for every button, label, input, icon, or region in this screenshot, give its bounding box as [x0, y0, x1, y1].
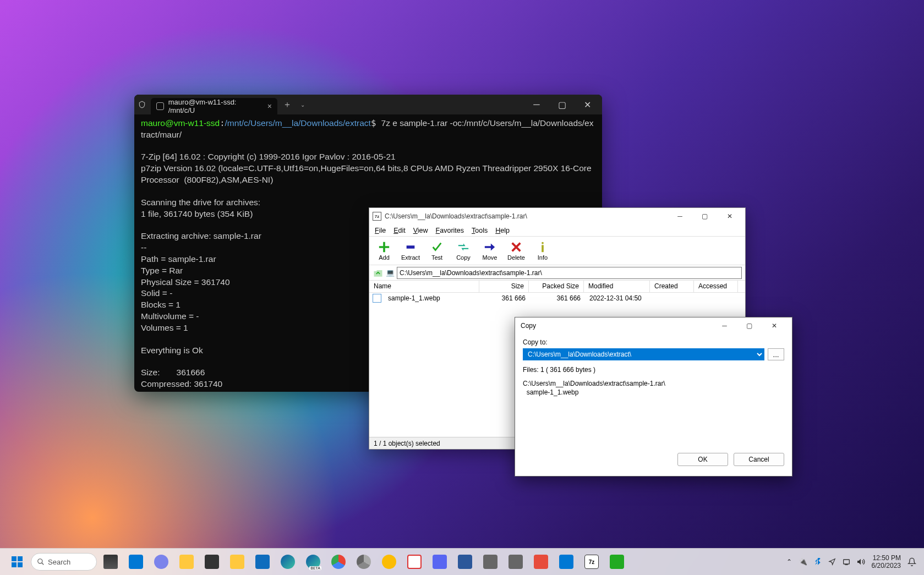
- menu-bar: File Edit View Favorites Tools Help: [369, 224, 745, 237]
- edge-button[interactable]: [276, 550, 299, 573]
- 7zip-app-icon: 7z: [373, 212, 381, 221]
- tray-bluetooth-icon[interactable]: [811, 550, 824, 573]
- copy-body: Copy to: C:\Users\m__la\Downloads\extrac…: [515, 334, 792, 476]
- move-button[interactable]: Move: [478, 241, 501, 261]
- browse-button[interactable]: ...: [768, 348, 784, 360]
- terminal-app-button[interactable]: [200, 550, 223, 573]
- shield-icon: [136, 101, 147, 108]
- copy-title-text: Copy: [521, 322, 536, 330]
- delete-button[interactable]: Delete: [505, 241, 528, 261]
- list-item[interactable]: sample-1_1.webp 361 666 361 666 2022-12-…: [369, 293, 745, 304]
- file-icon: [373, 294, 381, 303]
- chat-button[interactable]: [150, 550, 173, 573]
- app-button[interactable]: [504, 550, 527, 573]
- app-button[interactable]: [555, 550, 578, 573]
- add-button[interactable]: Add: [373, 241, 396, 261]
- menu-tools[interactable]: Tools: [472, 227, 488, 234]
- file-explorer-button[interactable]: [175, 550, 198, 573]
- header-packed-size[interactable]: Packed Size: [529, 281, 584, 292]
- info-button[interactable]: Info: [531, 241, 554, 261]
- terminal-icon: [156, 102, 164, 110]
- copy-dialog: Copy ─ ▢ ✕ Copy to: C:\Users\m__la\Downl…: [515, 317, 792, 477]
- svg-point-7: [38, 559, 42, 563]
- taskbar: Search BETA 7z ⌃ 🔌 12:50 PM 6/20/2023: [0, 548, 924, 575]
- 7zip-titlebar[interactable]: 7z C:\Users\m__la\Downloads\extract\samp…: [369, 208, 745, 224]
- taskbar-clock[interactable]: 12:50 PM 6/20/2023: [868, 554, 904, 570]
- header-name[interactable]: Name: [369, 281, 479, 292]
- header-modified[interactable]: Modified: [584, 281, 650, 292]
- 7zip-title: C:\Users\m__la\Downloads\extract\sample-…: [385, 212, 527, 220]
- minimize-button[interactable]: ─: [712, 318, 737, 333]
- svg-rect-0: [407, 245, 415, 249]
- app-button[interactable]: [428, 550, 451, 573]
- start-button[interactable]: [6, 550, 29, 573]
- close-button[interactable]: ✕: [762, 318, 786, 333]
- test-button[interactable]: Test: [425, 241, 449, 261]
- app-button[interactable]: [453, 550, 477, 573]
- svg-rect-2: [542, 245, 544, 252]
- notifications-icon[interactable]: [905, 550, 918, 573]
- chrome-canary-button[interactable]: [378, 550, 401, 573]
- explorer-app-button[interactable]: [226, 550, 249, 573]
- tab-dropdown-icon[interactable]: ⌄: [297, 102, 308, 108]
- close-button[interactable]: ✕: [717, 209, 742, 224]
- svg-point-1: [542, 242, 544, 244]
- header-created[interactable]: Created: [650, 281, 694, 292]
- status-selection: 1 / 1 object(s) selected: [374, 440, 440, 447]
- close-button[interactable]: ✕: [575, 95, 600, 114]
- address-bar: 💻: [369, 265, 745, 281]
- column-headers[interactable]: Name Size Packed Size Modified Created A…: [369, 281, 745, 293]
- svg-rect-3: [12, 556, 17, 561]
- minimize-button[interactable]: ─: [668, 209, 692, 224]
- svg-rect-6: [18, 562, 23, 567]
- tray-usb-icon[interactable]: 🔌: [797, 550, 810, 573]
- maximize-button[interactable]: ▢: [737, 318, 762, 333]
- header-accessed[interactable]: Accessed: [694, 281, 738, 292]
- copy-to-label: Copy to:: [523, 338, 784, 346]
- cancel-button[interactable]: Cancel: [734, 453, 784, 466]
- app-button[interactable]: [605, 550, 628, 573]
- svg-rect-8: [843, 560, 849, 564]
- svg-rect-5: [12, 562, 17, 567]
- edge-beta-button[interactable]: BETA: [302, 550, 325, 573]
- copy-file-list: C:\Users\m__la\Downloads\extract\sample-…: [523, 379, 784, 397]
- search-icon: [37, 558, 45, 566]
- snipping-tool-button[interactable]: [403, 550, 426, 573]
- address-input[interactable]: [397, 267, 742, 279]
- tray-volume-icon[interactable]: [854, 550, 867, 573]
- menu-edit[interactable]: Edit: [393, 227, 406, 234]
- copy-button[interactable]: Copy: [452, 241, 475, 261]
- terminal-titlebar[interactable]: mauro@vm-w11-ssd: /mnt/c/U × ＋ ⌄ ─ ▢ ✕: [134, 95, 602, 114]
- menu-help[interactable]: Help: [495, 227, 510, 234]
- maximize-button[interactable]: ▢: [549, 95, 575, 114]
- tray-location-icon[interactable]: [825, 550, 839, 573]
- outlook-button[interactable]: [251, 550, 274, 573]
- up-folder-icon[interactable]: [373, 267, 384, 278]
- extract-button[interactable]: Extract: [399, 241, 422, 261]
- tray-network-icon[interactable]: [840, 550, 853, 573]
- menu-view[interactable]: View: [413, 227, 428, 234]
- new-tab-button[interactable]: ＋: [277, 99, 297, 111]
- app-button[interactable]: [479, 550, 502, 573]
- task-view-button[interactable]: [99, 550, 122, 573]
- terminal-tab[interactable]: mauro@vm-w11-ssd: /mnt/c/U ×: [151, 98, 277, 114]
- menu-file[interactable]: File: [375, 227, 386, 234]
- header-size[interactable]: Size: [479, 281, 529, 292]
- copy-files-info: Files: 1 ( 361 666 bytes ): [523, 366, 784, 374]
- chrome-dev-button[interactable]: [352, 550, 375, 573]
- chrome-button[interactable]: [327, 550, 350, 573]
- computer-icon: 💻: [386, 269, 395, 277]
- copy-to-path[interactable]: C:\Users\m__la\Downloads\extract\: [523, 348, 764, 360]
- search-box[interactable]: Search: [31, 553, 97, 571]
- widgets-button[interactable]: [124, 550, 147, 573]
- copy-titlebar[interactable]: Copy ─ ▢ ✕: [515, 317, 792, 334]
- minimize-button[interactable]: ─: [524, 95, 549, 114]
- maximize-button[interactable]: ▢: [692, 209, 717, 224]
- menu-favorites[interactable]: Favorites: [436, 227, 464, 234]
- tab-title: mauro@vm-w11-ssd: /mnt/c/U: [168, 98, 263, 114]
- ok-button[interactable]: OK: [677, 453, 728, 466]
- 7zip-taskbar-button[interactable]: 7z: [580, 550, 603, 573]
- tab-close-icon[interactable]: ×: [267, 102, 272, 111]
- tray-chevron-icon[interactable]: ⌃: [783, 550, 796, 573]
- app-button[interactable]: [529, 550, 553, 573]
